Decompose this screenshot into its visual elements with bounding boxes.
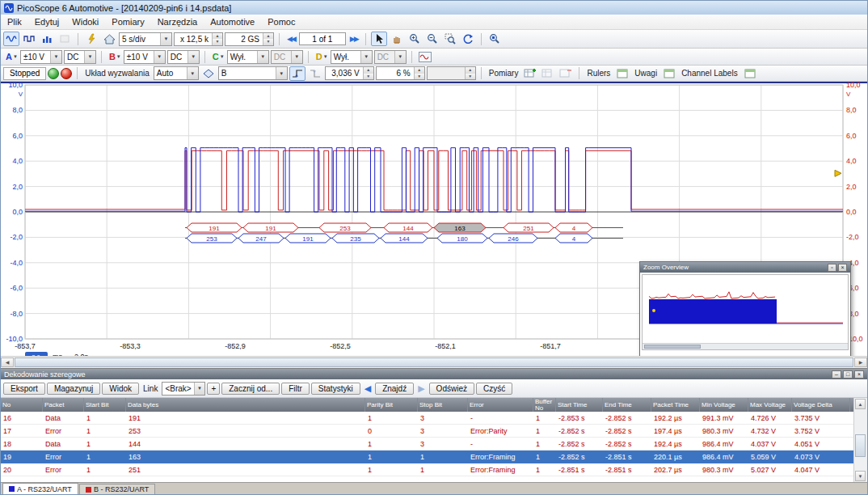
export-button[interactable]: Eksport (3, 383, 45, 395)
decode-row-16[interactable]: 16Data119113-1-2.853 s-2.852 s192.2 µs99… (1, 412, 853, 425)
marquee-zoom-button[interactable] (442, 32, 458, 46)
channel-c-button[interactable]: C▼ (210, 52, 225, 61)
channel-d-range-select[interactable]: Wył.▼ (331, 50, 373, 64)
zoom-full-button[interactable] (487, 32, 503, 46)
scope-view-button[interactable] (3, 32, 19, 46)
start-capture-button[interactable] (48, 68, 59, 79)
menu-item-3[interactable]: Pomiary (105, 16, 150, 28)
spin-up-icon[interactable]: ▲ (364, 67, 373, 74)
menu-item-1[interactable]: Edytuj (28, 16, 66, 28)
zoom-in-button[interactable] (407, 32, 423, 46)
spin-up-icon[interactable]: ▲ (213, 33, 222, 40)
advanced-trigger-button[interactable] (200, 66, 217, 81)
falling-edge-icon[interactable] (307, 66, 323, 81)
channel-labels-icon[interactable] (742, 66, 758, 81)
filter-button[interactable]: Filtr (281, 383, 310, 395)
zoom-overview-titlebar[interactable]: Zoom Overview ▫ × (640, 262, 850, 273)
column-header-11[interactable]: Min Voltage (700, 398, 748, 412)
scrollbar-thumb[interactable] (15, 358, 853, 367)
spin-down-icon[interactable]: ▼ (263, 39, 273, 45)
menu-item-2[interactable]: Widoki (65, 16, 105, 28)
column-header-9[interactable]: End Time (603, 398, 651, 412)
undo-zoom-button[interactable] (460, 32, 476, 46)
zoom-overview-pin-button[interactable]: ▫ (828, 264, 836, 272)
max-samples-spinner[interactable]: 2 GS▲▼ (225, 32, 274, 46)
decode-row-19[interactable]: 19Error116311Error:Framing1-2.852 s-2.85… (1, 451, 853, 463)
panel-float-button[interactable]: □ (843, 370, 853, 379)
horizontal-scrollbar[interactable]: ◀ ▶ (1, 356, 867, 368)
sample-count-spinner[interactable]: x 12,5 k▲▼ (174, 32, 223, 46)
statistics-button[interactable]: Statystyki (311, 383, 360, 395)
column-header-6[interactable]: Error (468, 398, 533, 412)
view-button[interactable]: Widok (102, 383, 139, 395)
menu-item-4[interactable]: Narzędzia (151, 16, 204, 28)
scroll-up-icon[interactable]: ▲ (855, 399, 866, 409)
column-header-0[interactable]: No (1, 398, 43, 412)
trigger-delay-spinner[interactable]: ▲▼ (427, 66, 476, 80)
channel-c-range-select[interactable]: Wył.▼ (227, 50, 269, 64)
zoom-overview-close-button[interactable]: × (838, 264, 847, 272)
notes-icon[interactable] (661, 66, 677, 81)
add-measurement-button[interactable] (522, 66, 538, 81)
channel-b-button[interactable]: B▼ (107, 52, 122, 61)
pointer-tool-button[interactable] (371, 32, 387, 46)
find-button[interactable]: Znajdź (375, 383, 414, 395)
vertical-scrollbar[interactable]: ▲ ▼ (853, 398, 867, 482)
zoom-out-button[interactable] (424, 32, 440, 46)
scope-view[interactable]: 10,010,08,08,06,06,04,04,02,02,00,00,0-2… (1, 82, 867, 356)
store-button[interactable]: Magazynuj (47, 383, 100, 395)
column-header-5[interactable]: Stop Bit (418, 398, 468, 412)
buffer-position-box[interactable]: 1 of 1 (299, 32, 346, 45)
trigger-mode-select[interactable]: Auto▼ (154, 66, 199, 80)
column-header-3[interactable]: Data bytes (126, 398, 365, 412)
link-select[interactable]: <Brak>▼ (162, 382, 205, 396)
hand-tool-button[interactable] (389, 32, 405, 46)
channel-a-button[interactable]: A▼ (3, 52, 19, 61)
clear-button[interactable]: Czyść (476, 383, 512, 395)
scroll-down-icon[interactable]: ▼ (855, 471, 866, 481)
menu-item-6[interactable]: Pomoc (261, 16, 301, 28)
decoder-tab-b[interactable]: B - RS232/UART (79, 484, 155, 494)
find-next-icon[interactable]: ▶ (415, 383, 427, 394)
home-button[interactable] (101, 32, 117, 46)
column-header-8[interactable]: Start Time (556, 398, 603, 412)
trigger-level-spinner[interactable]: 3,036 V▲▼ (325, 66, 374, 80)
probe-wizard-button[interactable] (83, 32, 99, 46)
channel-a-range-select[interactable]: ±10 V▼ (20, 50, 62, 64)
channel-d-coupling-select[interactable]: DC▼ (374, 50, 407, 64)
decode-row-18[interactable]: 18Data114413-1-2.852 s-2.852 s192.4 µs98… (1, 438, 853, 451)
delete-measurement-button[interactable] (558, 66, 574, 81)
persistence-view-button[interactable] (21, 32, 37, 46)
title-bar[interactable]: PicoScope 6 Automotive - [20140209-pin6 … (1, 1, 867, 15)
scroll-right-icon[interactable]: ▶ (854, 358, 867, 367)
pre-trigger-spinner[interactable]: 6 %▲▼ (376, 66, 425, 80)
rulers-icon[interactable] (614, 66, 630, 81)
next-buffer-button[interactable]: ▶▶ (348, 35, 360, 43)
timebase-select[interactable]: 5 s/div▼ (119, 32, 172, 46)
decode-row-20[interactable]: 20Error125111Error:Framing1-2.851 s-2.85… (1, 463, 853, 476)
channel-b-coupling-select[interactable]: DC▼ (167, 50, 200, 64)
zoom-overview-window[interactable]: Zoom Overview ▫ × (639, 261, 851, 356)
spin-up-icon[interactable]: ▲ (263, 33, 273, 40)
start-from-button[interactable]: Zacznij od... (221, 383, 280, 395)
link-add-button[interactable]: + (207, 383, 220, 395)
channel-a-coupling-select[interactable]: DC▼ (64, 50, 96, 64)
refresh-button[interactable]: Odśwież (429, 383, 474, 395)
menu-item-0[interactable]: Plik (1, 16, 28, 28)
find-prev-icon[interactable]: ◀ (362, 383, 373, 394)
column-header-12[interactable]: Max Voltage (748, 398, 792, 412)
spin-down-icon[interactable]: ▼ (213, 39, 222, 45)
panel-close-button[interactable]: × (854, 370, 864, 379)
scrollbar-thumb[interactable] (644, 345, 701, 349)
spin-up-icon[interactable]: ▲ (415, 67, 424, 74)
scrollbar-thumb[interactable] (855, 434, 866, 457)
rising-edge-icon[interactable] (289, 66, 305, 81)
spin-down-icon[interactable]: ▼ (364, 74, 373, 80)
zoom-overview-scrollbar[interactable] (643, 343, 848, 349)
spectrum-view-button[interactable] (39, 32, 55, 46)
column-header-10[interactable]: Packet Time (651, 398, 700, 412)
stop-capture-button[interactable] (61, 68, 72, 79)
edit-measurement-button[interactable] (540, 66, 556, 81)
add-view-button[interactable] (57, 32, 73, 46)
trigger-source-select[interactable]: B▼ (218, 66, 288, 80)
